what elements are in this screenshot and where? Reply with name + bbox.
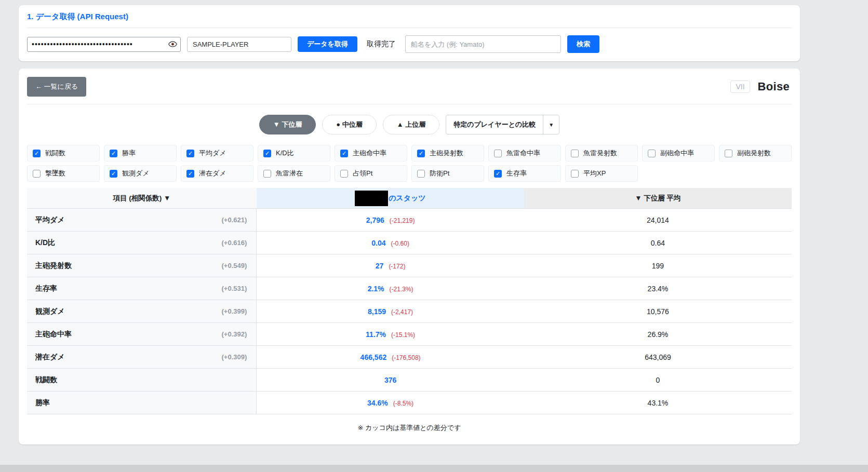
player-stat-value: 0.04 <box>371 239 385 247</box>
player-stat-value: 34.6% <box>367 399 388 407</box>
checkbox-checked-icon[interactable]: ✓ <box>33 150 41 157</box>
horizontal-scrollbar[interactable] <box>0 465 868 472</box>
back-to-list-button[interactable]: ← 一覧に戻る <box>27 77 86 97</box>
tab-upper-tier[interactable]: ▲ 上位層 <box>383 115 439 134</box>
checkbox-checked-icon[interactable]: ✓ <box>110 150 117 157</box>
column-header-player-stats: のスタッツ <box>257 188 524 209</box>
checkbox-label: 防衛Pt <box>430 169 449 178</box>
metric-cell: 観測ダメ(+0.399) <box>27 300 257 323</box>
stat-filter-checkbox[interactable]: ✓戦闘数 <box>27 145 100 161</box>
stats-table-body: 平均ダメ(+0.621)2,796(-21,219)24,014K/D比(+0.… <box>27 209 792 414</box>
baseline-value: 23.4% <box>524 277 792 300</box>
stat-filter-checkbox[interactable]: ✓主砲命中率 <box>335 145 407 161</box>
fetch-data-button[interactable]: データを取得 <box>298 36 357 52</box>
checkbox-checked-icon[interactable]: ✓ <box>110 170 117 178</box>
player-stat-cell: 27(-172) <box>257 254 524 277</box>
ship-name-input[interactable] <box>405 35 561 53</box>
metric-cell: K/D比(+0.616) <box>27 232 257 254</box>
tabs-row: ▼ 下位層● 中位層▲ 上位層 特定のプレイヤーとの比較 ▼ <box>27 115 792 134</box>
checkbox-unchecked-icon[interactable] <box>571 150 579 157</box>
stat-filter-checkbox[interactable]: ✓K/D比 <box>258 145 330 161</box>
stat-filter-checkbox[interactable]: 魚雷命中率 <box>488 145 561 161</box>
stat-filter-checkbox[interactable]: 副砲命中率 <box>642 145 715 161</box>
stat-filter-checkbox[interactable]: 防衛Pt <box>411 165 484 182</box>
correlation-value: (+0.549) <box>222 262 247 269</box>
checkbox-checked-icon[interactable]: ✓ <box>186 150 194 157</box>
tab-middle-tier[interactable]: ● 中位層 <box>322 115 376 134</box>
metric-name: 戦闘数 <box>35 375 57 385</box>
player-stat-value: 11.7% <box>366 330 386 339</box>
stat-filter-checkbox[interactable]: 占領Pt <box>335 165 407 182</box>
stat-filter-checkbox[interactable]: 魚雷潜在 <box>258 165 330 182</box>
stat-filter-checkbox[interactable]: ✓勝率 <box>104 145 177 161</box>
baseline-value: 0 <box>524 369 792 392</box>
stat-diff-value: (-176,508) <box>392 354 420 361</box>
stat-filter-checkbox[interactable]: 撃墜数 <box>27 165 100 182</box>
chevron-down-icon[interactable]: ▼ <box>543 115 559 134</box>
stat-filter-checkbox[interactable]: 副砲発射数 <box>719 145 792 161</box>
correlation-value: (+0.616) <box>222 239 247 247</box>
checkbox-unchecked-icon[interactable] <box>417 170 425 178</box>
checkbox-unchecked-icon[interactable] <box>33 170 41 178</box>
stat-filter-checkbox[interactable]: ✓平均ダメ <box>181 145 253 161</box>
checkbox-checked-icon[interactable]: ✓ <box>494 170 502 178</box>
player-name-input[interactable] <box>187 37 291 52</box>
stat-filter-checkbox[interactable]: ✓観測ダメ <box>104 165 177 182</box>
baseline-value: 10,576 <box>524 300 792 323</box>
checkbox-unchecked-icon[interactable] <box>494 150 502 157</box>
table-row: 観測ダメ(+0.399)8,159(-2,417)10,576 <box>27 300 792 323</box>
column-header-item[interactable]: 項目 (相関係数) ▼ <box>27 188 257 209</box>
metric-cell: 主砲命中率(+0.392) <box>27 323 257 346</box>
checkbox-label: 主砲発射数 <box>430 149 463 158</box>
tier-tabs: ▼ 下位層● 中位層▲ 上位層 <box>259 115 439 134</box>
eye-icon[interactable] <box>168 41 177 48</box>
player-stat-cell: 8,159(-2,417) <box>257 300 524 323</box>
checkbox-checked-icon[interactable]: ✓ <box>340 150 348 157</box>
compare-dropdown-label: 特定のプレイヤーとの比較 <box>446 115 543 134</box>
stat-diff-value: (-2,417) <box>391 308 413 316</box>
ship-title: VII Boise <box>730 80 792 93</box>
stat-filter-checkbox[interactable]: 魚雷発射数 <box>565 145 638 161</box>
page: 1. データ取得 (API Request) データを取得 取得完了 検索 <box>19 5 800 444</box>
baseline-value: 24,014 <box>524 209 792 232</box>
checkbox-label: 潜在ダメ <box>199 169 226 178</box>
correlation-value: (+0.392) <box>222 330 247 338</box>
divider <box>27 104 792 104</box>
checkbox-checked-icon[interactable]: ✓ <box>186 170 194 178</box>
checkbox-checked-icon[interactable]: ✓ <box>263 150 271 157</box>
player-stat-value: 2.1% <box>368 285 384 293</box>
stat-diff-value: (-8.5%) <box>393 400 413 407</box>
redacted-player-name <box>355 191 388 206</box>
checkbox-checked-icon[interactable]: ✓ <box>417 150 425 157</box>
stat-filter-checkbox[interactable]: 平均XP <box>565 165 638 182</box>
checkbox-label: 魚雷潜在 <box>276 169 303 178</box>
metric-cell: 戦闘数 <box>27 369 257 392</box>
compare-player-dropdown[interactable]: 特定のプレイヤーとの比較 ▼ <box>446 115 559 134</box>
api-key-input[interactable] <box>27 37 181 52</box>
checkbox-label: 魚雷命中率 <box>506 149 540 158</box>
checkbox-unchecked-icon[interactable] <box>340 170 348 178</box>
search-button[interactable]: 検索 <box>567 35 599 53</box>
stat-filter-checkbox[interactable]: ✓主砲発射数 <box>411 145 484 161</box>
table-row: 戦闘数3760 <box>27 369 792 392</box>
checkbox-unchecked-icon[interactable] <box>648 150 656 157</box>
metric-name: 主砲命中率 <box>35 330 72 339</box>
checkbox-label: 撃墜数 <box>45 169 65 178</box>
player-stat-value: 376 <box>384 376 396 384</box>
table-row: 主砲命中率(+0.392)11.7%(-15.1%)26.9% <box>27 323 792 346</box>
topbar: ← 一覧に戻る VII Boise <box>27 77 792 97</box>
stat-filter-checkbox[interactable]: ✓潜在ダメ <box>181 165 253 182</box>
checkbox-unchecked-icon[interactable] <box>263 170 271 178</box>
stat-filter-checkbox[interactable]: ✓生存率 <box>488 165 561 182</box>
tab-lower-tier[interactable]: ▼ 下位層 <box>259 115 316 134</box>
checkbox-unchecked-icon[interactable] <box>725 150 732 157</box>
player-stat-cell: 34.6%(-8.5%) <box>257 392 524 414</box>
correlation-value: (+0.399) <box>222 307 247 315</box>
table-row: 主砲発射数(+0.549)27(-172)199 <box>27 254 792 277</box>
stats-table: 項目 (相関係数) ▼ のスタッツ ▼ 下位層 平均 平均ダメ(+0.621)2… <box>27 188 792 414</box>
metric-name: 主砲発射数 <box>35 261 72 271</box>
checkbox-unchecked-icon[interactable] <box>571 170 579 178</box>
table-row: 平均ダメ(+0.621)2,796(-21,219)24,014 <box>27 209 792 232</box>
player-stat-cell: 0.04(-0.60) <box>257 232 524 254</box>
column-header-baseline: ▼ 下位層 平均 <box>524 188 792 209</box>
